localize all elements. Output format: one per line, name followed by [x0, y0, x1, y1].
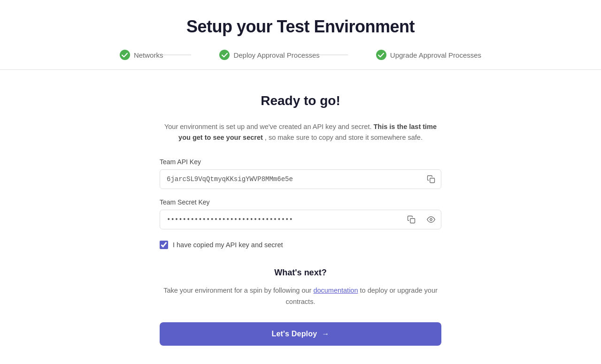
main-content: Ready to go! Your environment is set up … [150, 93, 451, 346]
api-key-copy-button[interactable] [421, 170, 441, 188]
header: Setup your Test Environment [0, 0, 601, 50]
secret-key-field-group: Team Secret Key [160, 198, 441, 229]
secret-key-label: Team Secret Key [160, 198, 441, 206]
step-check-icon-deploy [219, 50, 230, 60]
step-networks: Networks [92, 50, 192, 60]
copied-checkbox[interactable] [160, 241, 168, 249]
steps-container: Networks Deploy Approval Processes Upgra… [0, 50, 601, 69]
step-check-icon-upgrade [376, 50, 386, 60]
step-label-networks: Networks [134, 51, 163, 59]
secret-key-input[interactable] [160, 210, 401, 229]
api-key-input[interactable] [160, 170, 421, 189]
step-label-deploy-approval: Deploy Approval Processes [233, 51, 319, 59]
whats-next-title: What's next? [160, 268, 441, 278]
ready-title: Ready to go! [160, 93, 441, 108]
checkbox-row: I have copied my API key and secret [160, 241, 441, 249]
step-check-icon-networks [120, 50, 130, 60]
step-upgrade-approval: Upgrade Approval Processes [348, 50, 509, 60]
page-title: Setup your Test Environment [0, 17, 601, 37]
api-key-label: Team API Key [160, 158, 441, 166]
page-container: Setup your Test Environment Networks Dep… [0, 0, 601, 364]
step-label-upgrade-approval: Upgrade Approval Processes [390, 51, 481, 59]
secret-key-copy-button[interactable] [401, 211, 421, 228]
svg-rect-0 [430, 178, 435, 183]
whats-next-text: Take your environment for a spin by foll… [160, 285, 441, 307]
api-key-input-wrapper [160, 169, 441, 189]
svg-point-2 [430, 219, 432, 221]
description-text: Your environment is set up and we've cre… [160, 121, 441, 143]
api-key-field-group: Team API Key [160, 158, 441, 189]
header-divider [0, 69, 601, 70]
svg-rect-1 [410, 219, 415, 223]
secret-key-reveal-button[interactable] [421, 211, 441, 228]
secret-key-input-wrapper [160, 210, 441, 229]
checkbox-label[interactable]: I have copied my API key and secret [173, 241, 283, 249]
step-deploy-approval: Deploy Approval Processes [191, 50, 347, 60]
documentation-link[interactable]: documentation [313, 287, 358, 294]
deploy-button[interactable]: Let's Deploy → [160, 322, 441, 346]
